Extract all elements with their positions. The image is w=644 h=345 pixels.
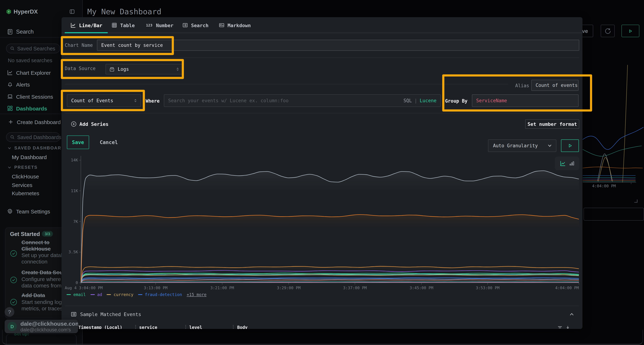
sample-matched-events-title: Sample Matched Events — [80, 311, 141, 317]
play-icon — [568, 143, 572, 148]
filter-icon[interactable] — [558, 325, 562, 329]
active-tab-underline — [65, 32, 108, 33]
tab-number[interactable]: 123Number — [146, 17, 174, 33]
tab-table[interactable]: Table — [112, 17, 135, 33]
query-language-toggle: SQL|Lucene — [404, 98, 436, 103]
saved-dashboards-placeholder: Saved Dashboards — [17, 134, 61, 140]
save-label: Save — [72, 139, 84, 145]
refresh-button[interactable] — [601, 25, 615, 37]
list-icon — [71, 311, 76, 317]
y-axis-label: 11K — [64, 189, 78, 193]
column-header-timestamp-local-[interactable]: Timestamp (Local) — [78, 325, 122, 329]
chart-canvas — [62, 153, 582, 290]
tab-label: Markdown — [228, 22, 251, 28]
sidebar-item-label: Dashboards — [16, 105, 47, 111]
save-button[interactable]: Save — [67, 135, 89, 149]
presets-section-header[interactable]: PRESETS — [8, 165, 38, 170]
tab-label: Table — [120, 22, 135, 28]
sidebar-item-my-dashboard[interactable]: My Dashboard — [12, 154, 47, 160]
events-table-header: Timestamp (Local)servicelevelBody — [62, 324, 582, 329]
legend-item[interactable]: ad — [90, 292, 102, 297]
check-circle-icon — [10, 299, 17, 306]
plus-icon — [8, 119, 14, 125]
empty-tile-outline — [584, 208, 644, 221]
page-title: My New Dashboard — [87, 7, 161, 16]
x-axis-label: 3:29:00 PM — [277, 286, 300, 290]
help-button[interactable]: ? — [5, 307, 14, 317]
section-header-label: PRESETS — [14, 165, 38, 170]
divider — [65, 57, 579, 58]
sidebar-item-label: Search — [16, 28, 34, 35]
column-header-service[interactable]: service — [139, 325, 157, 329]
y-axis-label: 7K — [64, 219, 78, 224]
where-label: Where — [146, 98, 160, 104]
legend-item[interactable]: currency — [107, 292, 134, 297]
sidebar-item-preset-clickhouse[interactable]: ClickHouse — [12, 173, 39, 179]
x-axis-label: 4:04:00 PM — [555, 286, 579, 290]
sample-matched-events-section: Sample Matched EventsTimestamp (Local)se… — [62, 306, 582, 328]
add-series-button[interactable]: Add Series — [71, 121, 108, 127]
sidebar-item-preset-services[interactable]: Services — [12, 182, 32, 188]
sidebar-collapse-icon[interactable] — [70, 9, 75, 14]
legend-item[interactable]: email — [66, 292, 86, 297]
get-started-item-title: Connect toClickHouse — [22, 239, 51, 252]
collapse-section-icon[interactable] — [569, 312, 574, 317]
download-icon[interactable] — [565, 325, 570, 329]
laptop-icon — [7, 94, 13, 99]
get-started-item-subtitle: Start sending logs,metrics, or traces — [22, 299, 66, 311]
where-input[interactable]: Search your events w/ Lucene ex. column:… — [164, 94, 441, 107]
legend-item[interactable]: fraud-detection — [138, 292, 182, 297]
divider — [65, 113, 579, 113]
sidebar-item-label: Chart Explorer — [16, 69, 51, 76]
x-axis-label: 3:37:00 PM — [343, 286, 367, 290]
dashboard-play-button[interactable] — [622, 25, 639, 37]
tab-label: Line/Bar — [79, 22, 102, 28]
sidebar-item-preset-kubernetes[interactable]: Kubernetes — [12, 190, 39, 196]
x-axis-label: 3:13:00 PM — [144, 286, 168, 290]
y-axis-label: 0 — [64, 281, 78, 285]
tile-resize-handle[interactable] — [634, 199, 638, 203]
granularity-value: Auto Granularity — [493, 143, 538, 148]
lucene-toggle[interactable]: Lucene — [420, 98, 436, 103]
sql-toggle[interactable]: SQL — [404, 98, 412, 103]
gear-icon — [7, 208, 13, 214]
play-icon — [628, 29, 632, 33]
sidebar-item-label: Team Settings — [16, 208, 50, 214]
run-query-button[interactable] — [561, 139, 579, 152]
cancel-button[interactable]: Cancel — [96, 135, 121, 149]
highlight-data-source — [61, 59, 184, 79]
x-axis-label: 3:21:00 PM — [210, 286, 234, 290]
legend-swatch — [138, 294, 142, 295]
granularity-select[interactable]: Auto Granularity — [488, 139, 556, 152]
get-started-item-subtitle: Configure where yodata comes from — [22, 276, 68, 289]
x-axis-label: Aug 4 3:04:00 PM — [65, 286, 103, 290]
bell-icon — [7, 81, 13, 87]
toggle-separator: | — [414, 98, 417, 103]
tab-markdown[interactable]: Markdown — [219, 17, 251, 33]
tab-line-bar[interactable]: Line/Bar — [70, 17, 102, 33]
legend-more-link[interactable]: +15 more — [186, 292, 206, 297]
saved-dashboards-section-header[interactable]: SAVED DASHBOARDS — [8, 145, 68, 150]
background-chart-series — [583, 146, 642, 156]
column-header-body[interactable]: Body — [237, 325, 248, 329]
column-header-level[interactable]: level — [189, 325, 202, 329]
saved-searches-input[interactable]: Saved Searches — [6, 44, 60, 53]
section-header-label: SAVED DASHBOARDS — [14, 145, 68, 150]
no-saved-searches-text: No saved searches — [8, 57, 52, 63]
saved-dashboards-input[interactable]: Saved Dashboards — [6, 132, 60, 142]
legend-label: email — [73, 292, 86, 297]
column-separator — [233, 325, 234, 329]
brand-logo: HyperDX — [6, 9, 78, 14]
cancel-label: Cancel — [100, 139, 118, 145]
user-menu-popup[interactable]: D dale@clickhouse.com dale@clickhouse.co… — [5, 320, 78, 333]
list-icon — [182, 22, 188, 28]
tab-search[interactable]: Search — [182, 17, 208, 33]
markdown-icon — [219, 22, 224, 28]
background-chart-series — [583, 177, 636, 178]
y-axis-label: 14K — [64, 158, 78, 162]
legend-swatch — [107, 294, 111, 295]
set-number-format-button[interactable]: Set number format — [525, 119, 579, 129]
column-separator — [185, 325, 186, 329]
sidebar-item-label: Client Sessions — [16, 93, 53, 100]
table-icon — [112, 22, 117, 28]
